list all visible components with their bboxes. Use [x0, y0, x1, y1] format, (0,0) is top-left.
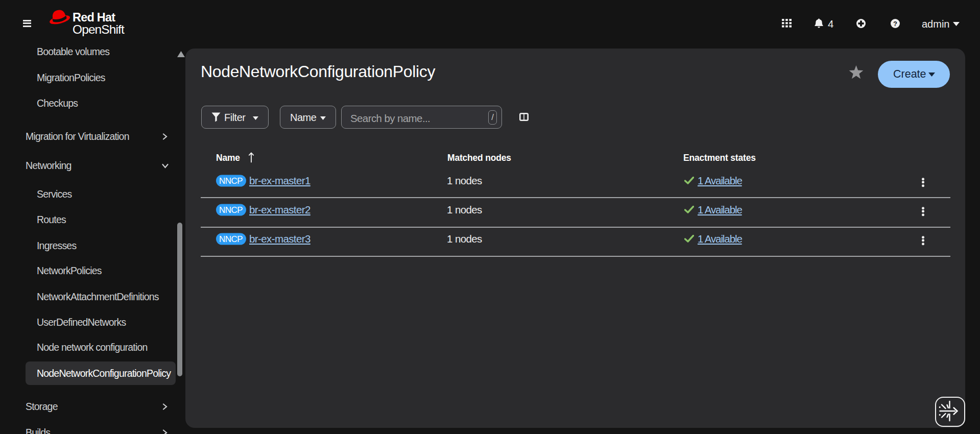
svg-text:?: ?	[893, 20, 897, 28]
